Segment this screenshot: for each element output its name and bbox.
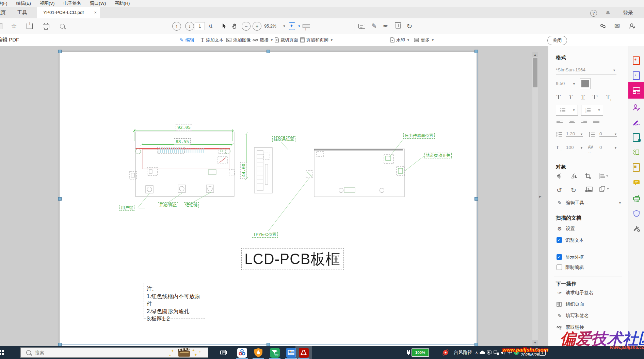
subscript-button[interactable]: T1 xyxy=(606,94,612,102)
edit-tools-caret[interactable]: ▼ xyxy=(618,201,622,205)
label-pressure-sensor[interactable]: 压力传感器位置 xyxy=(403,133,435,139)
create-pdf-icon[interactable]: + xyxy=(628,53,644,68)
selection-handle[interactable] xyxy=(474,343,478,346)
page-up-icon[interactable]: ↑ xyxy=(172,18,181,34)
selection-handle[interactable] xyxy=(267,50,270,53)
selection-handle[interactable] xyxy=(474,50,478,53)
add-image-button[interactable]: 添加图像 xyxy=(226,34,251,46)
app-huorong-icon[interactable] xyxy=(251,346,266,359)
rotate-left-icon[interactable]: ↺ xyxy=(557,186,562,194)
notification-badge[interactable]: 1 xyxy=(538,346,547,359)
font-size-select[interactable]: 9.50 ▼ xyxy=(556,80,576,88)
label-start-stop[interactable]: 开始/停止 xyxy=(158,202,178,208)
label-strip-position[interactable]: 硅胶条位置 xyxy=(272,136,295,142)
tab-document[interactable]: YP01-PCB-LCD.pdf × xyxy=(37,7,100,18)
arrange-icon[interactable] xyxy=(599,186,609,192)
vertical-scrollbar[interactable]: ▲ ▼ xyxy=(532,52,538,345)
share-icon[interactable]: ↑ xyxy=(25,18,34,34)
tray-expand-icon[interactable]: ∧ xyxy=(474,346,479,359)
organize-pages-item[interactable]: 组织页面 xyxy=(557,301,584,307)
network-icon[interactable] xyxy=(493,346,499,359)
font-color-swatch[interactable] xyxy=(580,78,591,89)
help-icon[interactable]: ? xyxy=(590,5,598,21)
search-input[interactable] xyxy=(34,350,104,356)
cloud-icon[interactable] xyxy=(479,346,485,359)
page-down-icon[interactable]: ↓ xyxy=(185,18,194,34)
app-acrobat-active-cell[interactable] xyxy=(295,346,312,359)
fill-sign-item[interactable]: ✎ 填写和签名 xyxy=(557,313,589,319)
fill-sign-tool-icon[interactable] xyxy=(628,115,644,130)
selection-handle[interactable] xyxy=(58,50,62,53)
protect-shield-icon[interactable] xyxy=(628,206,644,221)
edit-button[interactable]: ✎ 编辑 xyxy=(180,34,194,46)
scrollbar-thumb[interactable] xyxy=(533,58,537,87)
typhoon-icon[interactable] xyxy=(441,346,450,359)
align-justify-button[interactable] xyxy=(593,120,599,124)
battery-indicator[interactable]: 100% xyxy=(406,346,430,359)
taskbar-search[interactable]: ✦✦ ✦✦✦ xyxy=(20,347,208,358)
numbered-list-button[interactable]: 123 ▼ xyxy=(581,105,603,116)
align-center-button[interactable] xyxy=(569,120,575,124)
dim-width-outer[interactable]: 92.05 xyxy=(176,124,192,131)
drawing-title-box[interactable]: LCD-PCB板框 xyxy=(241,248,344,270)
watermark-button[interactable]: 水印▼ xyxy=(390,34,410,46)
comment-tool-icon[interactable] xyxy=(628,175,644,190)
font-family-select[interactable]: *SimSun-1964 ▼ xyxy=(556,67,616,74)
menu-window[interactable]: 窗口(W) xyxy=(85,0,110,7)
underline-button[interactable]: T xyxy=(581,94,585,101)
measure-icon[interactable]: ↓ xyxy=(302,18,311,34)
edit-tools-button[interactable]: ✎ 编辑工具... xyxy=(557,200,588,206)
panel-collapse-icon[interactable]: ▸ xyxy=(539,194,542,199)
zoom-in-icon[interactable]: + xyxy=(253,18,261,34)
request-esign-item[interactable]: ✑ 请求电子签名 xyxy=(557,290,593,296)
app-360-icon[interactable] xyxy=(234,346,250,359)
dim-width-inner[interactable]: 88.55 xyxy=(174,138,191,145)
crop-resize-icon[interactable] xyxy=(628,145,644,160)
fit-page-icon[interactable]: ✦ xyxy=(288,18,296,34)
more-button[interactable]: 更多▼ xyxy=(414,34,434,46)
bullet-list-button[interactable]: ▼ xyxy=(556,105,578,116)
italic-button[interactable]: T xyxy=(569,94,572,101)
label-typec[interactable]: TPYE-C位置 xyxy=(252,232,278,238)
edit-pdf-tool-icon[interactable] xyxy=(628,82,644,99)
label-user-key[interactable]: 用户键 xyxy=(119,205,134,211)
menu-help[interactable]: 帮助(H) xyxy=(110,0,134,7)
star-icon[interactable]: ☆ xyxy=(10,18,18,34)
typhoon-path-label[interactable]: 台风路径 xyxy=(453,346,473,359)
add-text-button[interactable]: T 添加文本 xyxy=(201,34,224,46)
replace-image-icon[interactable] xyxy=(585,186,593,192)
menu-file[interactable]: 文件(F) xyxy=(0,0,12,7)
selection-handle[interactable] xyxy=(474,197,478,201)
sign-pen-icon[interactable]: ✒ xyxy=(381,18,390,34)
settings-button[interactable]: ⚙ 设置 xyxy=(557,226,575,232)
selection-handle[interactable] xyxy=(267,343,270,346)
flip-vertical-icon[interactable] xyxy=(557,173,563,179)
recognize-text-checkbox[interactable]: ✓ xyxy=(557,237,562,243)
login-button[interactable]: 登录 xyxy=(619,5,637,21)
export-file-icon[interactable]: ⊕ xyxy=(628,130,644,145)
crop-pages-button[interactable]: 裁切页面 xyxy=(274,34,298,46)
zoom-dropdown-caret[interactable]: ▼ xyxy=(282,18,287,34)
h-scale-value[interactable]: 100▼ xyxy=(566,145,583,150)
comment-icon[interactable] xyxy=(357,18,366,34)
zoom-level-value[interactable]: 95.2% xyxy=(263,18,278,34)
dim-height[interactable]: 44.00 xyxy=(240,162,247,178)
close-editor-button[interactable]: 关闭 xyxy=(547,36,567,45)
header-footer-button[interactable]: 页眉和页脚▼ xyxy=(300,34,333,46)
link-button[interactable]: 链接▼ xyxy=(253,34,273,46)
tab-tools[interactable]: 工具 xyxy=(17,7,27,18)
rotate-icon[interactable]: ↻ xyxy=(405,18,414,34)
line-spacing-value[interactable]: 1.20▼ xyxy=(566,131,583,137)
drawing-notes[interactable]: 注: 1.红色线框内不可放原件 2.绿色圆形为通孔 3.板厚1.2 xyxy=(144,283,205,319)
label-memory-key[interactable]: 记忆键 xyxy=(184,202,199,208)
flip-horizontal-icon[interactable] xyxy=(571,173,578,179)
trash-icon[interactable] xyxy=(393,18,402,34)
scroll-up-icon[interactable]: ▲ xyxy=(532,52,538,57)
crop-object-icon[interactable] xyxy=(585,173,591,179)
hand-tool-icon[interactable] xyxy=(230,18,239,34)
char-spacing-value[interactable]: 0▼ xyxy=(599,145,617,150)
menu-view[interactable]: 视图(V) xyxy=(35,0,59,7)
memory-card-icon[interactable] xyxy=(486,346,492,359)
label-toggle-switch[interactable]: 轨道拨动开关 xyxy=(424,153,452,158)
show-outline-checkbox[interactable]: ✓ xyxy=(557,254,562,260)
